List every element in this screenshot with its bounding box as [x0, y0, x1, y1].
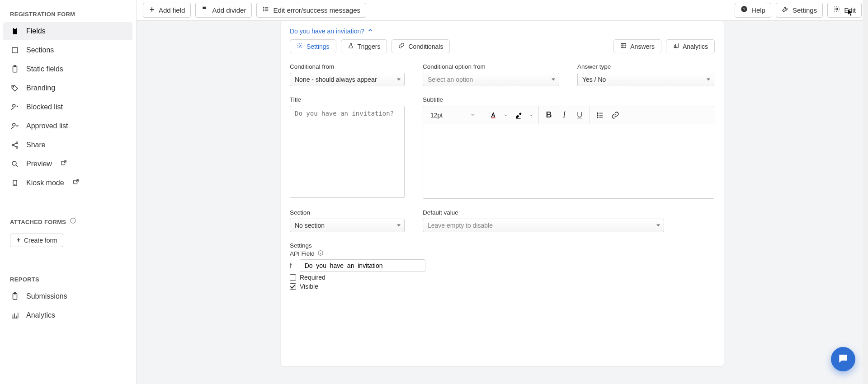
tab-settings[interactable]: Settings: [290, 39, 336, 53]
checkbox-required[interactable]: Required: [290, 274, 425, 281]
sidebar-item-label: Sections: [26, 46, 54, 54]
rte-italic-button[interactable]: I: [557, 108, 571, 122]
external-link-icon: [60, 159, 67, 169]
sidebar-item-submissions[interactable]: Submissions: [3, 287, 133, 305]
add-field-button[interactable]: Add field: [143, 3, 191, 18]
search-icon: [10, 159, 20, 169]
field-default-value: Default value Leave empty to disable: [423, 209, 664, 232]
label-section: Section: [290, 209, 405, 216]
select-value: No section: [295, 222, 325, 229]
settings-button[interactable]: Settings: [776, 3, 823, 18]
svg-rect-2: [12, 47, 18, 53]
svg-point-20: [264, 9, 264, 9]
clipboard-icon: [10, 64, 20, 74]
select-section[interactable]: No section: [290, 219, 405, 232]
select-value: Select an option: [428, 76, 473, 83]
sidebar-item-label: Approved list: [26, 122, 68, 130]
checkbox-label: Required: [300, 274, 326, 281]
tab-analytics[interactable]: Analytics: [666, 39, 715, 53]
user-check-icon: [10, 121, 20, 131]
sidebar-item-label: Kiosk mode: [26, 179, 64, 187]
sidebar-item-share[interactable]: Share: [3, 136, 133, 154]
field-section: Section No section: [290, 209, 405, 232]
tab-triggers[interactable]: Triggers: [341, 39, 387, 53]
sidebar-title-attached-forms: ATTACHED FORMS: [0, 211, 136, 229]
svg-rect-12: [61, 161, 65, 165]
plus-icon: [16, 237, 21, 244]
field-editor-card: Do you have an invitation? Settings Tri: [281, 21, 724, 366]
api-field-input[interactable]: [300, 259, 425, 272]
select-conditional-option-from[interactable]: Select an option: [423, 73, 559, 86]
rte-bullet-list-button[interactable]: [593, 108, 607, 122]
select-default-value[interactable]: Leave empty to disable: [423, 219, 664, 232]
chat-icon: [837, 353, 849, 366]
rte-font-size-select[interactable]: 12pt: [426, 106, 480, 124]
title-textarea[interactable]: [290, 106, 405, 198]
sidebar-item-branding[interactable]: Branding: [3, 79, 133, 97]
rte-highlight-dropdown[interactable]: [527, 108, 536, 122]
sidebar-item-label: Submissions: [26, 292, 67, 300]
clipboard-icon: [10, 26, 20, 36]
flask-icon: [348, 42, 354, 50]
sidebar-item-fields[interactable]: Fields: [3, 22, 133, 40]
rte-underline-button[interactable]: U: [572, 108, 587, 122]
checkbox-visible[interactable]: Visible: [290, 283, 425, 290]
sidebar-item-label: Preview: [26, 160, 52, 168]
label-title: Title: [290, 96, 405, 103]
svg-point-29: [597, 112, 598, 113]
rte-body[interactable]: [423, 124, 714, 198]
sidebar-item-static-fields[interactable]: Static fields: [3, 60, 133, 78]
tab-label: Settings: [307, 43, 330, 50]
sidebar: REGISTRATION FORM Fields Sections Static…: [0, 0, 137, 384]
sidebar-item-label: Branding: [26, 84, 55, 92]
sidebar-item-kiosk-mode[interactable]: Kiosk mode: [3, 174, 133, 192]
info-icon[interactable]: [317, 250, 324, 258]
button-label: Settings: [793, 5, 817, 15]
rte-text-color-button[interactable]: [486, 108, 500, 122]
svg-rect-15: [73, 180, 77, 184]
label-conditional-option-from: Conditional option from: [423, 63, 559, 70]
svg-rect-0: [13, 28, 17, 34]
svg-point-19: [264, 7, 264, 7]
chat-fab[interactable]: [831, 347, 855, 371]
sidebar-title-reports: REPORTS: [0, 270, 136, 286]
tab-conditionals[interactable]: Conditionals: [392, 39, 450, 53]
button-label: Help: [751, 5, 765, 15]
rte-link-button[interactable]: [608, 108, 623, 122]
form-grid: Conditional from None - should always ap…: [290, 63, 715, 290]
sidebar-item-label: Static fields: [26, 65, 63, 73]
rte-bold-button[interactable]: B: [542, 108, 556, 122]
list-icon: [262, 5, 269, 15]
info-icon[interactable]: [70, 217, 76, 224]
plus-icon: [149, 5, 155, 15]
chevron-up-icon: [367, 27, 373, 35]
select-value: 12pt: [430, 112, 443, 119]
sidebar-item-approved-list[interactable]: Approved list: [3, 117, 133, 135]
edit-messages-button[interactable]: Edit error/success messages: [256, 3, 366, 18]
help-button[interactable]: ? Help: [735, 3, 771, 18]
select-answer-type[interactable]: Yes / No: [577, 73, 714, 86]
sidebar-item-label: Share: [26, 141, 46, 149]
checkbox-icon: [290, 283, 296, 290]
sidebar-item-blocked-list[interactable]: Blocked list: [3, 98, 133, 116]
svg-point-30: [597, 114, 598, 115]
rte-highlight-button[interactable]: [511, 108, 526, 122]
add-divider-button[interactable]: Add divider: [195, 3, 252, 18]
edit-button[interactable]: Edit: [827, 3, 862, 18]
field-answer-type: Answer type Yes / No: [577, 63, 714, 86]
field-conditional-from: Conditional from None - should always ap…: [290, 63, 405, 86]
label-settings: Settings: [290, 242, 425, 249]
select-conditional-from[interactable]: None - should always appear: [290, 73, 405, 86]
rte-text-color-dropdown[interactable]: [501, 108, 510, 122]
sidebar-item-sections[interactable]: Sections: [3, 41, 133, 59]
sidebar-item-analytics[interactable]: Analytics: [3, 306, 133, 324]
tab-answers[interactable]: Answers: [613, 39, 661, 53]
canvas[interactable]: Do you have an invitation? Settings Tri: [137, 21, 868, 384]
sidebar-item-label: Blocked list: [26, 103, 63, 111]
create-form-button[interactable]: Create form: [10, 234, 63, 247]
chart-icon: [673, 42, 679, 50]
checkbox-label: Visible: [300, 283, 318, 290]
breadcrumb[interactable]: Do you have an invitation?: [290, 27, 715, 39]
sidebar-item-preview[interactable]: Preview: [3, 155, 133, 173]
gear-icon: [833, 5, 840, 15]
